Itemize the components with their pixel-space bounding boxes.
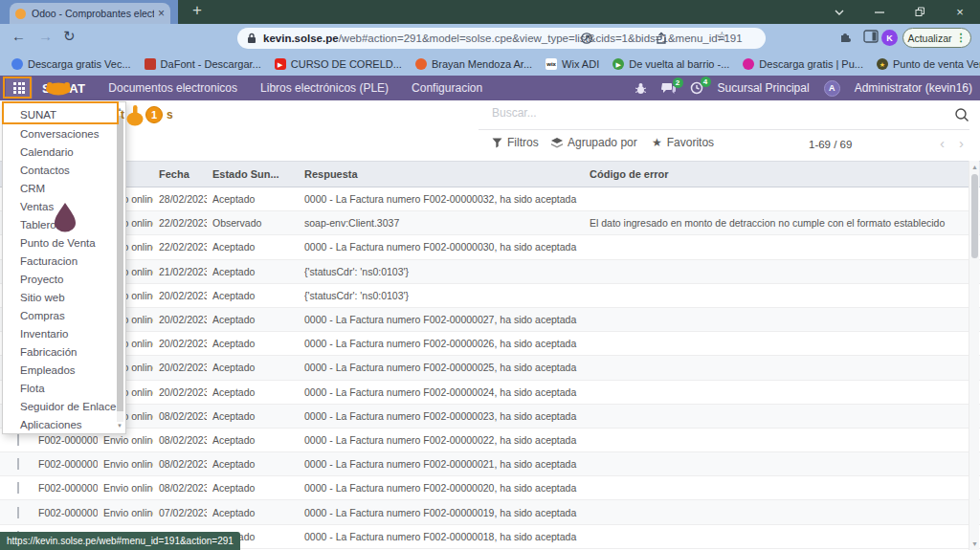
bookmark-item[interactable]: ▶ De vuelta al barrio -...: [612, 58, 729, 70]
app-menu-item[interactable]: Contactos: [3, 162, 125, 180]
user-avatar[interactable]: A: [824, 80, 840, 97]
table-row[interactable]: Envio online 20/02/2023 Aceptado 0000 - …: [0, 356, 980, 380]
bookmark-label: De vuelta al barrio -...: [629, 58, 729, 70]
tab-close-icon[interactable]: ×: [158, 7, 165, 20]
bookmark-favicon-glyph: wix: [546, 61, 556, 67]
app-menu-item[interactable]: Punto de Venta: [3, 234, 125, 253]
window-menu-icon[interactable]: [819, 0, 859, 24]
app-menu-item[interactable]: Sitio web: [3, 289, 125, 307]
bookmark-item[interactable]: Descarga gratis Vec...: [11, 58, 131, 70]
cell-respuesta: 0000 - La Factura numero F002-00000032, …: [297, 193, 580, 205]
header-respuesta[interactable]: Respuesta: [297, 168, 580, 180]
app-menu-item[interactable]: CRM: [3, 180, 125, 198]
bookmark-favicon: [145, 58, 156, 70]
table-row[interactable]: F002-00000020 Envio online 08/02/2023 Ac…: [0, 476, 980, 500]
chrome-menu-icon[interactable]: ⋮: [956, 32, 967, 44]
table-row[interactable]: Envio online 08/02/2023 Aceptado 0000 - …: [0, 405, 980, 429]
debug-bug-icon[interactable]: [635, 82, 647, 95]
group-by-button[interactable]: Agrupado por: [551, 136, 637, 149]
filters-button[interactable]: Filtros: [492, 136, 539, 149]
app-menu-item[interactable]: Seguidor de Enlace: [3, 398, 125, 416]
chrome-update-button[interactable]: Actualizar ⋮: [902, 28, 971, 48]
extensions-puzzle-icon[interactable]: [838, 30, 853, 48]
search-input[interactable]: [492, 106, 779, 120]
app-menu-item[interactable]: Compras: [3, 307, 125, 325]
app-menu-item[interactable]: Fabricación: [3, 343, 125, 362]
bookmark-star-icon[interactable]: ☆: [716, 29, 728, 44]
annotation-cursor-blob: [54, 203, 77, 236]
menu-configuracion[interactable]: Configuracion: [412, 81, 482, 95]
app-menu-item[interactable]: Empleados: [3, 362, 125, 380]
favorites-button[interactable]: ★ Favoritos: [652, 136, 714, 149]
restore-icon[interactable]: [900, 0, 940, 24]
scroll-up-icon[interactable]: ▲: [969, 164, 980, 170]
table-scrollbar[interactable]: ▲ ▼: [969, 161, 979, 550]
table-row[interactable]: Envio online 21/02/2023 Aceptado {'statu…: [0, 260, 980, 284]
table-row[interactable]: F002-00000021 Envio online 08/02/2023 Ac…: [0, 452, 980, 476]
bookmark-item[interactable]: ▶ CURSO DE CORELD...: [275, 58, 402, 70]
table-row[interactable]: Envio online 22/02/2023 Observado soap-e…: [0, 211, 980, 235]
user-menu[interactable]: Administrator (kevin16): [855, 81, 972, 95]
cell-checkbox[interactable]: [0, 507, 33, 518]
forward-icon[interactable]: →: [38, 28, 53, 44]
header-fecha[interactable]: Fecha: [153, 168, 207, 180]
cell-respuesta: 0000 - La Factura numero F002-00000022, …: [297, 434, 580, 446]
cell-checkbox[interactable]: [0, 434, 33, 446]
cell-checkbox[interactable]: [0, 482, 33, 494]
menu-libros[interactable]: Libros electrónicos (PLE): [260, 81, 389, 95]
app-menu-item[interactable]: Conversaciones: [3, 125, 125, 143]
table-row[interactable]: F002-00000019 Envio online 07/02/2023 Ac…: [0, 500, 980, 524]
pager-prev-icon[interactable]: ‹: [940, 135, 945, 151]
scrollbar-thumb[interactable]: [971, 174, 978, 258]
app-menu-item[interactable]: Flota: [3, 380, 125, 398]
app-menu-item[interactable]: Aplicaciones: [3, 416, 125, 434]
table-row[interactable]: Envio online 28/02/2023 Aceptado 0000 - …: [0, 187, 980, 211]
address-bar[interactable]: kevin.solse.pe/web#action=291&model=sols…: [237, 28, 766, 49]
header-codigo[interactable]: Código de error: [580, 168, 980, 180]
close-window-icon[interactable]: ×: [940, 0, 980, 24]
cell-respuesta: 0000 - La Factura numero F002-00000019, …: [297, 507, 580, 518]
table-row[interactable]: Envio online 20/02/2023 Aceptado 0000 - …: [0, 381, 980, 405]
reload-icon[interactable]: ↻: [63, 28, 76, 45]
menu-scroll-down-icon[interactable]: ▼: [116, 423, 123, 429]
app-menu-item[interactable]: Calendario: [3, 143, 125, 162]
bookmark-item[interactable]: DaFont - Descargar...: [145, 58, 261, 70]
cell-envio: Envio online: [98, 434, 153, 446]
app-menu-item[interactable]: Facturacion: [3, 253, 125, 271]
bookmark-favicon-glyph: ▶: [616, 61, 621, 68]
pager-next-icon[interactable]: ›: [959, 135, 964, 151]
company-switcher[interactable]: Sucursal Principal: [718, 81, 810, 95]
row-checkbox[interactable]: [17, 458, 19, 470]
side-panel-icon[interactable]: [863, 30, 879, 47]
activities-clock-icon[interactable]: 4: [690, 81, 703, 95]
back-icon[interactable]: ←: [11, 28, 26, 44]
menu-scrollbar[interactable]: [117, 114, 123, 422]
row-checkbox[interactable]: [17, 507, 19, 518]
menu-scrollbar-thumb[interactable]: [117, 116, 123, 411]
bookmark-item[interactable]: Descarga gratis | Pu...: [743, 58, 863, 70]
menu-documentos[interactable]: Documentos electronicos: [108, 81, 237, 95]
search-icon[interactable]: [954, 107, 969, 126]
row-checkbox[interactable]: [17, 434, 19, 446]
new-tab-button[interactable]: +: [188, 1, 207, 20]
bookmark-item[interactable]: ★ Punto de venta Ven...: [877, 58, 980, 70]
share-icon[interactable]: [655, 32, 668, 49]
row-checkbox[interactable]: [17, 482, 19, 494]
table-row[interactable]: Envio online 22/02/2023 Aceptado 0000 - …: [0, 235, 980, 259]
table-row[interactable]: Envio online 20/02/2023 Aceptado {'statu…: [0, 284, 980, 308]
bookmark-item[interactable]: wix Wix ADI: [546, 58, 599, 70]
header-estado[interactable]: Estado Sun...: [207, 168, 297, 180]
browser-tab[interactable]: Odoo - Comprobantes electroni... ×: [10, 3, 170, 24]
app-menu-item[interactable]: Proyecto: [3, 271, 125, 289]
table-row[interactable]: Envio online 20/02/2023 Aceptado 0000 - …: [0, 308, 980, 332]
scroll-down-icon[interactable]: ▼: [969, 540, 980, 547]
table-row[interactable]: F002-00000022 Envio online 08/02/2023 Ac…: [0, 429, 980, 452]
minimize-icon[interactable]: [859, 0, 900, 24]
bookmark-item[interactable]: Brayan Mendoza Ar...: [415, 58, 532, 70]
cell-checkbox[interactable]: [0, 458, 33, 470]
app-menu-item[interactable]: Inventario: [3, 325, 125, 343]
profile-avatar[interactable]: K: [881, 30, 898, 46]
messages-icon[interactable]: 2: [661, 82, 676, 95]
page-zoom-icon[interactable]: [580, 32, 593, 49]
table-row[interactable]: Envio online 20/02/2023 Aceptado 0000 - …: [0, 332, 980, 356]
